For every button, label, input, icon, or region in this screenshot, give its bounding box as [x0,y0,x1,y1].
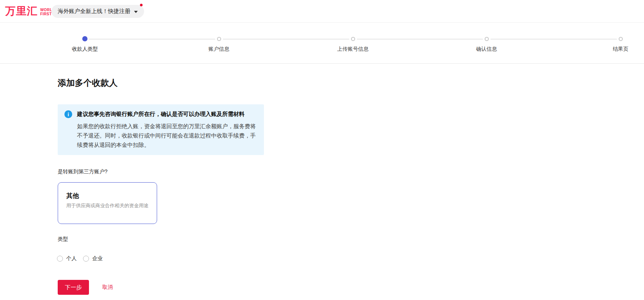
radio-personal-label: 个人 [66,255,77,262]
step-label: 确认信息 [476,46,497,53]
purpose-card-title: 其他 [66,192,79,200]
step-label: 上传账号信息 [337,46,369,53]
radio-circle-icon[interactable] [83,256,89,262]
announcement-label: 海外账户全新上线！快捷注册 [58,8,130,15]
notice-heading: 建议您事先咨询银行账户所在行，确认是否可以办理入账及所需材料 [77,110,260,118]
chevron-down-icon [134,11,138,13]
type-label: 类型 [58,236,68,243]
purpose-card-description: 用于供应商或商业合作相关的资金用途 [66,202,149,209]
info-notice-box: i 建议您事先咨询银行账户所在行，确认是否可以办理入账及所需材料 如果您的收款行… [58,104,264,155]
step-confirm-info: 确认信息 [476,36,497,53]
next-button[interactable]: 下一步 [58,280,89,295]
radio-circle-icon[interactable] [57,256,63,262]
step-dot [619,37,623,41]
logo-cn-text: 万里汇 [5,5,38,17]
step-payee-type: 收款人类型 [72,36,98,53]
form-actions: 下一步 取消 [58,280,113,295]
worldfirst-logo: 万里汇 WORLD FIRST [5,5,55,17]
step-account-info: 账户信息 [208,36,229,53]
progress-stepper: 收款人类型 账户信息 上传账号信息 确认信息 结果页 [0,23,644,64]
radio-personal[interactable]: 个人 [57,255,77,262]
step-dot [351,37,355,41]
step-label: 账户信息 [208,46,229,53]
purpose-card-other[interactable]: 其他 用于供应商或商业合作相关的资金用途 [58,182,157,224]
page-title: 添加多个收款人 [58,77,118,89]
step-dot [485,37,489,41]
step-label: 收款人类型 [72,46,98,53]
radio-business-label: 企业 [92,255,103,262]
step-dot [217,37,221,41]
logo-en-line2: FIRST [40,12,52,16]
type-radio-group: 个人 企业 [57,255,103,262]
announcement-dropdown-button[interactable]: 海外账户全新上线！快捷注册 [51,5,144,18]
third-party-question-label: 是转账到第三方账户? [58,168,108,175]
step-label: 结果页 [613,46,628,53]
radio-business[interactable]: 企业 [83,255,103,262]
cancel-link[interactable]: 取消 [102,284,113,291]
page: 万里汇 WORLD FIRST 海外账户全新上线！快捷注册 收款人类型 账户信息… [0,0,644,300]
info-icon: i [64,110,72,118]
step-dot-active [82,36,87,41]
notification-dot [140,4,143,6]
step-upload-account-info: 上传账号信息 [337,36,369,53]
top-bar: 万里汇 WORLD FIRST 海外账户全新上线！快捷注册 [0,0,644,23]
step-result-page: 结果页 [613,36,628,53]
notice-body: 如果您的收款行拒绝入账，资金将退回至您的万里汇余额账户，服务费将不予退还。同时，… [77,121,258,149]
